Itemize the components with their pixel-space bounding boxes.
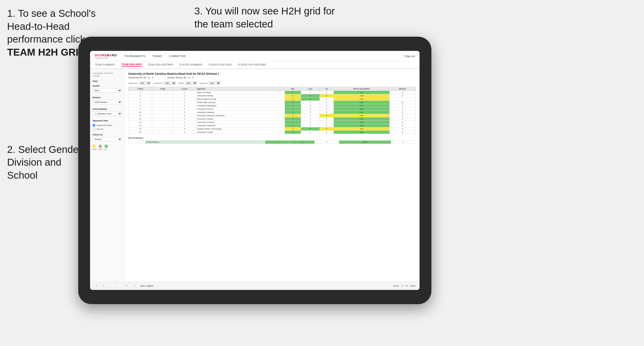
sidebar-colour-by-dropdown[interactable]: Win/loss (92, 137, 122, 141)
toolbar-forward[interactable]: → (117, 284, 122, 288)
cell-rank: 8 (128, 104, 152, 107)
toolbar-layout-icon: ⊞ (406, 285, 408, 287)
cell-tie: 0 (320, 117, 334, 121)
cell-win: 0 (285, 114, 301, 117)
cell-diff: 2.29 (334, 98, 390, 101)
cell-loss: 6 (301, 127, 320, 131)
cell-diff: 9.00 (334, 107, 390, 111)
cell-opponent: Arizona State University (196, 98, 285, 101)
toolbar-back[interactable]: ← (109, 284, 114, 288)
ood-diff: 26.00 (339, 141, 391, 144)
cell-conf: 1 (173, 98, 196, 101)
table-row: 16 3 University of Florida 3 1 0 -6.42 9 (128, 131, 416, 134)
cell-rounds: 3 (390, 114, 416, 117)
division-record: Division Record: 88 - 17 - 0 (168, 76, 194, 79)
cell-diff: 2.61 (334, 111, 390, 114)
cell-tie: 0 (320, 127, 334, 131)
cell-rounds: 9 (390, 91, 416, 94)
cell-diff: 1.67 (334, 91, 390, 94)
cell-win: 1 (285, 117, 301, 121)
sidebar-division-dropdown[interactable]: NCAA Division I (92, 100, 122, 104)
nav-committee[interactable]: COMMITTEE (169, 55, 186, 57)
toolbar-redo[interactable]: ↻ (102, 284, 106, 288)
col-opponent: Opponent (196, 87, 285, 91)
nav-tournaments[interactable]: TOURNAMENTS (124, 55, 145, 57)
cell-tie: 0 (320, 91, 334, 94)
toolbar-undo[interactable]: ↺ (94, 284, 98, 288)
ood-division (128, 141, 145, 144)
cell-loss: 0 (301, 104, 320, 107)
sidebar-school-label: School (Rank) (92, 108, 122, 110)
cell-reg (152, 131, 173, 134)
cell-reg (152, 104, 173, 107)
cell-reg (152, 111, 173, 114)
cell-win: 1 (285, 107, 301, 111)
filter-opponent-select[interactable]: (All) (208, 81, 220, 85)
cell-diff: -1.00 (334, 124, 390, 127)
cell-win: 0 (285, 94, 301, 98)
sub-nav: TEAM SUMMARY TEAM H2H GRID TEAM H2H HEAT… (90, 61, 420, 69)
annotation-1-bold: TEAM H2H GRID (7, 47, 86, 58)
toolbar-refresh[interactable]: ⟳ (125, 284, 130, 288)
toolbar-clock[interactable]: ⏱ (132, 284, 137, 288)
ood-rounds: 3 (391, 141, 416, 144)
main-content: Last Updated: 27/03/2024 16:55:38 Team G… (90, 69, 420, 282)
cell-tie: 0 (320, 111, 334, 114)
subnav-player-h2h-grid[interactable]: PLAYER H2H GRID (209, 63, 232, 66)
sidebar-school-dropdown[interactable]: 1. University of Nort... (92, 112, 122, 116)
cell-opponent: Florida State University (196, 101, 285, 104)
cell-reg (152, 114, 173, 117)
subnav-team-h2h-grid[interactable]: TEAM H2H GRID (122, 63, 142, 67)
cell-rank: 6 (128, 101, 152, 104)
cell-conf: 4 (173, 127, 196, 131)
cell-win: 3 (285, 121, 301, 124)
cell-rounds: 2 (390, 107, 416, 111)
cell-reg (152, 121, 173, 124)
cell-rounds: 3 (390, 104, 416, 107)
sidebar-gender-dropdown[interactable]: Men's (92, 88, 122, 93)
filter-opponent: Opponent (All) (199, 81, 220, 85)
subnav-player-summary[interactable]: PLAYER SUMMARY (180, 63, 203, 66)
cell-conf: 2 (173, 101, 196, 104)
cell-diff: -2.29 (334, 94, 390, 98)
cell-reg (152, 107, 173, 111)
toolbar-watch[interactable]: Watch (393, 285, 399, 287)
cell-tie: 0 (320, 107, 334, 111)
subnav-team-summary[interactable]: TEAM SUMMARY (95, 63, 116, 66)
cell-loss: 0 (301, 107, 320, 111)
sidebar-opponent-view-label: Opponent View (92, 120, 122, 122)
cell-opponent: University of Arkansas, Fayetteville (196, 114, 285, 117)
cell-diff: 2.33 (334, 117, 390, 121)
app-logo: SCOREBARD Powered by clippi (95, 53, 117, 59)
cell-opponent: Georgia Institute of Technology (196, 127, 285, 131)
subnav-team-h2h-heatmap[interactable]: TEAM H2H HEATMAP (148, 63, 174, 66)
nav-sign-out[interactable]: | Sign out (404, 55, 415, 57)
toolbar-share-icon: 🗨 (401, 285, 404, 287)
toolbar-share[interactable]: Share (410, 285, 416, 287)
ood-tie: 0 (314, 141, 339, 144)
cell-loss: 0 (301, 111, 320, 114)
col-conf: # Conf (173, 87, 196, 91)
table-row: 6 2 Florida State University 1 2 0 1.83 … (128, 101, 416, 104)
sidebar-opponents-played-radio[interactable]: Opponents Played (92, 124, 122, 127)
filter-conference-select[interactable]: (All) (164, 81, 176, 85)
sidebar-top100-radio[interactable]: Top 100 (92, 128, 122, 131)
nav-teams[interactable]: TEAMS (152, 55, 162, 57)
cell-opponent: Vanderbilt University (196, 94, 285, 98)
sidebar-gender-label: Gender (92, 85, 122, 87)
cell-loss: 1 (301, 91, 320, 94)
subnav-player-h2h-heatmap[interactable]: PLAYER H2H HEATMAP (238, 63, 266, 66)
cell-diff: -4.33 (334, 114, 390, 117)
filter-opponents-select[interactable]: (All) (139, 81, 151, 85)
overall-record: Overall Record: 89 - 17 - 0 (128, 76, 153, 79)
filter-region: Region (All) (178, 81, 197, 85)
ood-loss: 0 (290, 141, 314, 144)
ood-division-name: NCAA Division II (145, 141, 265, 144)
table-row: 15 4 Georgia Institute of Technology 0 6… (128, 127, 416, 131)
table-row: 13 1 Texas Tech University 3 0 0 5.56 9 (128, 121, 416, 124)
toolbar-right: Watch 🗨 ⊞ Share (393, 285, 416, 287)
cell-reg (152, 98, 173, 101)
filter-region-select[interactable]: (All) (185, 81, 197, 85)
col-diff: Diff Av Strokes/Rnd (334, 87, 390, 91)
col-rounds: Rounds (390, 87, 416, 91)
